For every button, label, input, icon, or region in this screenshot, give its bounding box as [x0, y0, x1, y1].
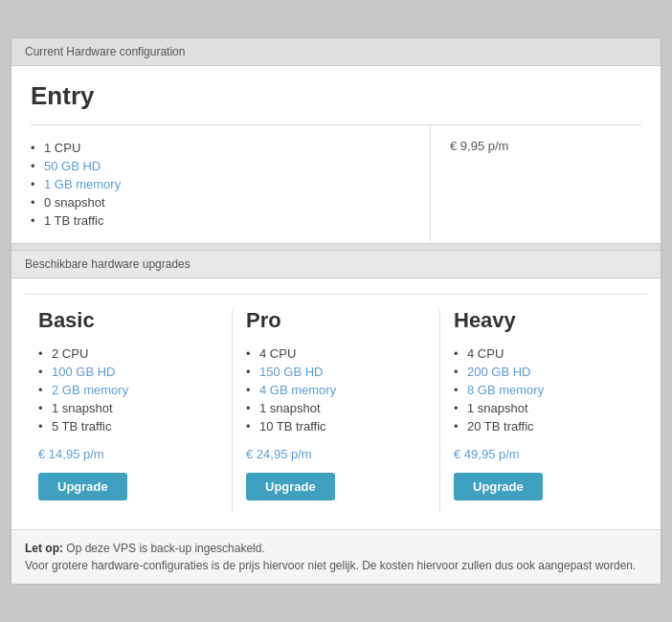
plan-basic-title: Basic	[38, 308, 218, 333]
list-item: 0 snapshot	[31, 193, 420, 211]
list-item: 8 GB memory	[454, 381, 634, 399]
note-text: Op deze VPS is back-up ingeschakeld.	[63, 542, 265, 555]
upgrade-heavy-button[interactable]: Upgrade	[454, 473, 543, 500]
spec-text: 200 GB HD	[467, 365, 530, 379]
current-specs-list: 1 CPU 50 GB HD 1 GB memory 0 snapshot 1 …	[31, 139, 420, 230]
upgrades-header-label: Beschikbare hardware upgrades	[25, 257, 190, 271]
current-config-specs: 1 CPU 50 GB HD 1 GB memory 0 snapshot 1 …	[31, 125, 431, 243]
list-item: 50 GB HD	[31, 157, 420, 175]
plan-pro-specs: 4 CPU 150 GB HD 4 GB memory 1 snapshot 1…	[246, 344, 426, 435]
spec-text: 20 TB traffic	[467, 419, 534, 433]
list-item: 4 GB memory	[246, 381, 426, 399]
list-item: 2 CPU	[38, 344, 218, 363]
list-item: 2 GB memory	[38, 381, 218, 399]
plan-basic-specs: 2 CPU 100 GB HD 2 GB memory 1 snapshot 5…	[38, 344, 218, 435]
plan-heavy-title: Heavy	[454, 308, 634, 333]
plan-pro-price: € 24,95 p/m	[246, 447, 426, 461]
current-config-grid: 1 CPU 50 GB HD 1 GB memory 0 snapshot 1 …	[31, 124, 641, 243]
plan-heavy-specs: 4 CPU 200 GB HD 8 GB memory 1 snapshot 2…	[454, 344, 634, 435]
plan-heavy: Heavy 4 CPU 200 GB HD 8 GB memory 1 snap…	[440, 308, 647, 514]
spec-text: 1 CPU	[44, 141, 80, 155]
spec-text: 4 CPU	[467, 346, 504, 361]
upgrades-header: Beschikbare hardware upgrades	[11, 251, 661, 278]
current-config-price: € 9,95 p/m	[431, 125, 641, 243]
list-item: 1 GB memory	[31, 175, 420, 193]
note-subtext: Voor grotere hardware-configuraties is d…	[25, 559, 636, 572]
list-item: 5 TB traffic	[38, 417, 218, 435]
list-item: 4 CPU	[246, 344, 426, 363]
upgrade-basic-button[interactable]: Upgrade	[38, 473, 127, 500]
plan-pro: Pro 4 CPU 150 GB HD 4 GB memory 1 snapsh…	[233, 308, 440, 514]
divider	[11, 243, 661, 251]
list-item: 1 snapshot	[38, 399, 218, 417]
upgrades-body: Basic 2 CPU 100 GB HD 2 GB memory 1 snap…	[11, 278, 661, 529]
list-item: 10 TB traffic	[246, 417, 426, 435]
spec-text: 5 TB traffic	[52, 419, 111, 433]
spec-text: 4 GB memory	[259, 383, 336, 397]
note-section: Let op: Op deze VPS is back-up ingeschak…	[11, 529, 661, 584]
list-item: 1 CPU	[31, 139, 420, 157]
list-item: 1 TB traffic	[31, 211, 420, 230]
upgrade-pro-button[interactable]: Upgrade	[246, 473, 335, 500]
current-config-body: Entry 1 CPU 50 GB HD 1 GB memory 0 snaps…	[11, 66, 661, 243]
spec-text: 2 GB memory	[52, 383, 128, 397]
list-item: 1 snapshot	[454, 399, 634, 417]
spec-text: 100 GB HD	[52, 365, 115, 379]
list-item: 4 CPU	[454, 344, 634, 363]
hardware-config-panel: Current Hardware configuration Entry 1 C…	[11, 37, 661, 585]
plan-basic-price: € 14,95 p/m	[38, 447, 218, 461]
spec-text: 1 GB memory	[44, 177, 121, 191]
spec-text: 2 CPU	[52, 346, 88, 361]
spec-text: 10 TB traffic	[259, 419, 326, 433]
spec-text: 1 TB traffic	[44, 213, 103, 228]
spec-text: 1 snapshot	[52, 401, 113, 415]
current-config-header-label: Current Hardware configuration	[25, 45, 185, 58]
current-plan-title: Entry	[31, 81, 641, 111]
list-item: 1 snapshot	[246, 399, 426, 417]
plan-heavy-price: € 49,95 p/m	[454, 447, 634, 461]
spec-text: 8 GB memory	[467, 383, 544, 397]
list-item: 20 TB traffic	[454, 417, 634, 435]
list-item: 200 GB HD	[454, 363, 634, 381]
spec-text: 1 snapshot	[259, 401, 321, 415]
plan-basic: Basic 2 CPU 100 GB HD 2 GB memory 1 snap…	[25, 308, 233, 514]
spec-text: 50 GB HD	[44, 159, 101, 173]
note-label: Let op:	[25, 542, 63, 555]
current-config-header: Current Hardware configuration	[11, 38, 661, 66]
spec-text: 1 snapshot	[467, 401, 528, 415]
plan-pro-title: Pro	[246, 308, 426, 333]
plans-grid: Basic 2 CPU 100 GB HD 2 GB memory 1 snap…	[25, 294, 647, 514]
list-item: 100 GB HD	[38, 363, 218, 381]
spec-text: 4 CPU	[259, 346, 296, 361]
list-item: 150 GB HD	[246, 363, 426, 381]
current-price-value: € 9,95 p/m	[450, 139, 508, 153]
spec-text: 150 GB HD	[259, 365, 323, 379]
spec-text: 0 snapshot	[44, 195, 105, 210]
